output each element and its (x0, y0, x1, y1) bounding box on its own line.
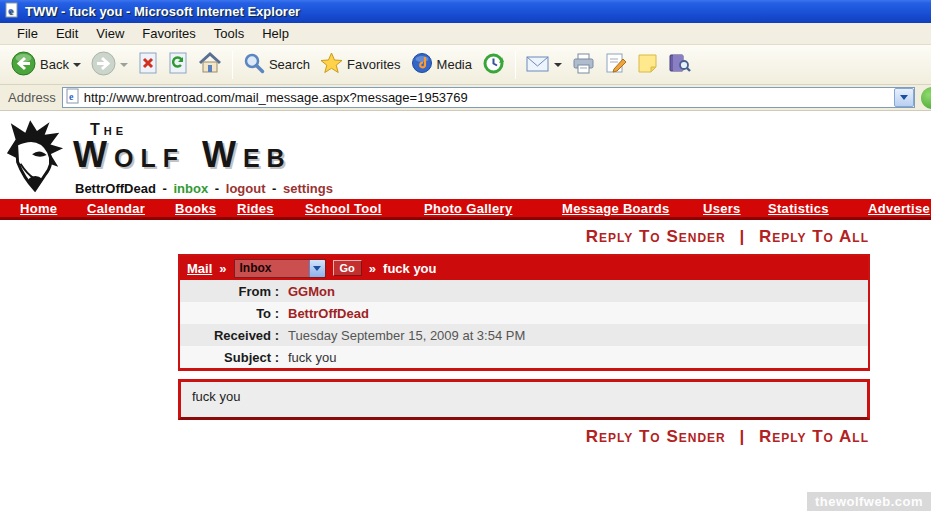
history-icon (482, 52, 505, 78)
back-icon (11, 51, 36, 79)
favorites-label: Favorites (347, 57, 400, 72)
breadcrumb-chevron: » (369, 261, 376, 276)
table-row-to: To : BettrOffDead (180, 302, 868, 324)
reply-links-bottom: Reply To Sender | Reply To All (0, 427, 869, 447)
go-icon (921, 87, 931, 109)
menu-view[interactable]: View (87, 24, 133, 43)
favorites-star-icon (320, 52, 343, 77)
edit-button[interactable] (600, 49, 632, 80)
folder-go-button[interactable]: Go (333, 260, 362, 276)
mail-breadcrumb-bar: Mail » Inbox Go » fuck you (180, 256, 868, 280)
separator: | (740, 227, 746, 246)
print-button[interactable] (567, 49, 600, 80)
nav-statistics[interactable]: Statistics (768, 201, 829, 216)
forward-button[interactable] (86, 48, 133, 82)
menu-bar: File Edit View Favorites Tools Help (0, 23, 931, 45)
nav-advertise[interactable]: Advertise (868, 201, 930, 216)
refresh-button[interactable] (163, 49, 193, 80)
received-label: Received : (180, 328, 284, 343)
separator: - (215, 181, 219, 196)
home-button[interactable] (193, 49, 227, 80)
edit-page-icon (605, 52, 627, 77)
back-dropdown-icon[interactable] (73, 63, 81, 67)
reply-to-sender-link[interactable]: Reply To Sender (586, 227, 726, 246)
nav-calendar[interactable]: Calendar (87, 201, 145, 216)
reply-to-all-link[interactable]: Reply To All (759, 227, 869, 246)
menu-favorites[interactable]: Favorites (133, 24, 204, 43)
inbox-link[interactable]: inbox (174, 181, 209, 196)
address-label: Address (8, 90, 56, 105)
reply-to-all-link[interactable]: Reply To All (759, 427, 869, 446)
nav-users[interactable]: Users (703, 201, 741, 216)
separator: - (272, 181, 276, 196)
table-row-received: Received : Tuesday September 15, 2009 at… (180, 324, 868, 346)
ie-toolbar: Back Search Favorites (0, 45, 931, 85)
nav-school-tool[interactable]: School Tool (305, 201, 382, 216)
back-button[interactable]: Back (6, 48, 86, 82)
subject-label: Subject : (180, 350, 284, 365)
svg-text:e: e (8, 4, 13, 16)
wolf-logo-icon (5, 118, 65, 198)
logout-link[interactable]: logout (226, 181, 266, 196)
forward-icon (91, 51, 116, 79)
folder-select[interactable]: Inbox (234, 259, 326, 278)
print-icon (572, 52, 595, 77)
window-titlebar: e TWW - fuck you - Microsoft Internet Ex… (0, 0, 931, 23)
settings-link[interactable]: settings (283, 181, 333, 196)
menu-edit[interactable]: Edit (47, 24, 87, 43)
menu-tools[interactable]: Tools (205, 24, 253, 43)
favorites-button[interactable]: Favorites (315, 49, 405, 80)
nav-rides[interactable]: Rides (237, 201, 274, 216)
search-button[interactable]: Search (238, 49, 315, 80)
home-icon (198, 52, 222, 77)
message-body: fuck you (178, 379, 870, 420)
to-user-link[interactable]: BettrOffDead (284, 306, 369, 321)
media-icon (411, 52, 433, 77)
stop-button[interactable] (133, 49, 163, 80)
forward-dropdown-icon (120, 63, 128, 67)
mail-message-table: Mail » Inbox Go » fuck you From : GGMon … (178, 254, 870, 371)
toolbar-separator (232, 51, 233, 79)
chevron-down-icon (900, 95, 908, 100)
go-button[interactable] (921, 87, 931, 109)
from-label: From : (180, 284, 284, 299)
mail-button[interactable] (521, 51, 567, 79)
menu-file[interactable]: File (8, 24, 47, 43)
mail-envelope-icon (526, 54, 550, 76)
research-book-icon (668, 52, 691, 77)
media-label: Media (437, 57, 472, 72)
history-button[interactable] (477, 49, 510, 81)
mail-link[interactable]: Mail (187, 261, 212, 276)
folder-selected-value: Inbox (240, 261, 272, 275)
separator: - (163, 181, 167, 196)
address-input[interactable]: e http://www.brentroad.com/mail_message.… (62, 87, 915, 108)
received-value: Tuesday September 15, 2009 at 3:54 PM (284, 328, 525, 343)
table-row-from: From : GGMon (180, 280, 868, 302)
refresh-icon (168, 52, 188, 77)
reply-links-top: Reply To Sender | Reply To All (0, 227, 869, 247)
breadcrumb-chevron: » (219, 261, 226, 276)
discuss-button[interactable] (632, 50, 663, 80)
ie-window-icon: e (4, 2, 20, 21)
nav-home[interactable]: Home (20, 201, 57, 216)
site-watermark: thewolfweb.com (807, 492, 931, 511)
svg-text:e: e (69, 91, 74, 102)
mail-dropdown-icon[interactable] (554, 63, 562, 67)
search-icon (243, 52, 265, 77)
table-row-subject: Subject : fuck you (180, 346, 868, 368)
from-user-link[interactable]: GGMon (284, 284, 335, 299)
nav-message-boards[interactable]: Message Boards (562, 201, 670, 216)
address-page-icon: e (66, 88, 80, 107)
reply-to-sender-link[interactable]: Reply To Sender (586, 427, 726, 446)
nav-books[interactable]: Books (175, 201, 216, 216)
search-label: Search (269, 57, 310, 72)
chevron-down-icon[interactable] (309, 260, 325, 277)
username: BettrOffDead (75, 181, 156, 196)
nav-photo-gallery[interactable]: Photo Gallery (424, 201, 512, 216)
menu-help[interactable]: Help (253, 24, 298, 43)
research-button[interactable] (663, 49, 696, 80)
page-content: The Wolf Web BettrOffDead - inbox - logo… (0, 111, 931, 511)
site-logo-text: The Wolf Web BettrOffDead - inbox - logo… (73, 118, 333, 199)
media-button[interactable]: Media (406, 49, 477, 80)
address-dropdown-button[interactable] (894, 88, 914, 107)
